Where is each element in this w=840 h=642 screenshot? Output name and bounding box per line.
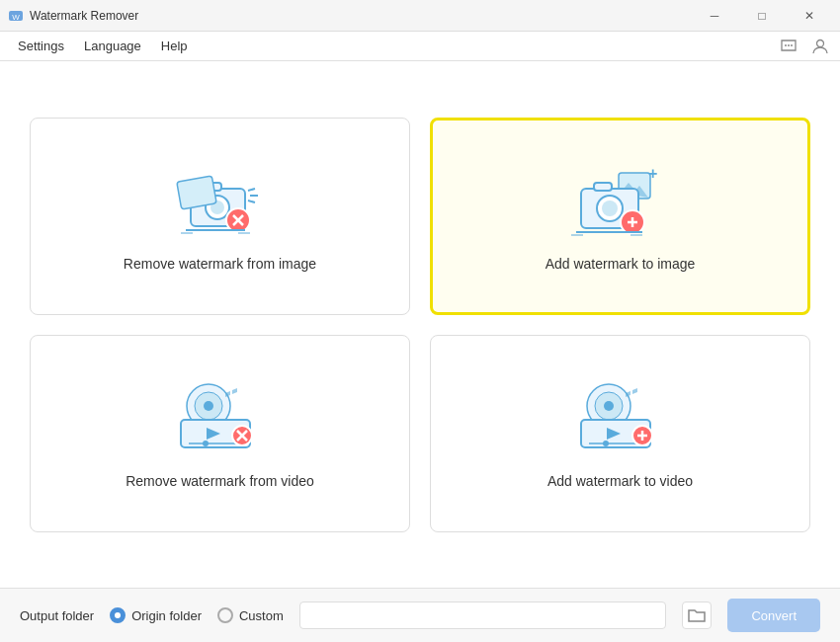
- title-bar: W Watermark Remover ─ □ ✕: [0, 0, 840, 32]
- add-video-icon: [571, 378, 670, 457]
- browse-folder-button[interactable]: [682, 602, 712, 629]
- custom-path-input[interactable]: [299, 602, 667, 629]
- svg-line-10: [248, 189, 255, 191]
- svg-text:+: +: [648, 165, 657, 182]
- svg-point-5: [817, 40, 824, 46]
- remove-image-card[interactable]: Remove watermark from image: [30, 118, 410, 315]
- add-image-card[interactable]: + Add watermark to image: [430, 118, 810, 315]
- main-content: Remove watermark from image +: [0, 61, 840, 588]
- menu-help[interactable]: Help: [151, 35, 198, 57]
- cards-grid: Remove watermark from image +: [30, 81, 810, 568]
- origin-folder-label: Origin folder: [131, 608, 202, 623]
- menu-bar: Settings Language Help: [0, 32, 840, 61]
- remove-image-icon: [171, 161, 270, 240]
- svg-point-4: [791, 44, 793, 46]
- custom-label: Custom: [239, 608, 284, 623]
- svg-point-34: [204, 401, 213, 411]
- svg-point-3: [788, 44, 790, 46]
- svg-point-44: [604, 401, 614, 411]
- remove-video-card[interactable]: Remove watermark from video: [30, 335, 410, 532]
- remove-video-label: Remove watermark from video: [126, 473, 314, 489]
- add-video-card[interactable]: Add watermark to video: [430, 335, 810, 532]
- add-image-label: Add watermark to image: [546, 256, 696, 272]
- svg-text:W: W: [12, 13, 20, 22]
- bottom-bar: Output folder Origin folder Custom Conve…: [0, 588, 840, 642]
- user-icon[interactable]: [808, 35, 832, 58]
- svg-point-48: [603, 441, 609, 446]
- minimize-button[interactable]: ─: [692, 0, 737, 32]
- add-video-label: Add watermark to video: [547, 473, 693, 489]
- svg-point-2: [785, 44, 787, 46]
- app-icon: W: [8, 8, 24, 24]
- svg-rect-23: [594, 183, 612, 191]
- remove-image-label: Remove watermark from image: [124, 256, 316, 272]
- folder-icon: [688, 607, 706, 623]
- app-title: Watermark Remover: [30, 9, 692, 23]
- convert-button[interactable]: Convert: [727, 599, 820, 632]
- window-controls: ─ □ ✕: [692, 0, 832, 32]
- menu-settings[interactable]: Settings: [8, 35, 74, 57]
- menu-language[interactable]: Language: [74, 35, 151, 57]
- svg-line-12: [248, 201, 255, 202]
- close-button[interactable]: ✕: [787, 0, 832, 32]
- origin-folder-option[interactable]: Origin folder: [110, 607, 202, 623]
- output-folder-label: Output folder: [20, 608, 94, 623]
- custom-option[interactable]: Custom: [217, 607, 284, 623]
- chat-icon[interactable]: [777, 35, 800, 58]
- maximize-button[interactable]: □: [739, 0, 785, 32]
- menu-bar-icons: [777, 35, 832, 58]
- svg-point-25: [602, 201, 618, 216]
- radio-group: Origin folder Custom: [110, 607, 284, 623]
- svg-rect-13: [176, 176, 215, 209]
- remove-video-icon: [171, 378, 270, 457]
- origin-folder-radio[interactable]: [110, 607, 126, 623]
- add-image-icon: +: [571, 161, 670, 240]
- custom-radio[interactable]: [217, 607, 233, 623]
- svg-point-38: [203, 441, 209, 446]
